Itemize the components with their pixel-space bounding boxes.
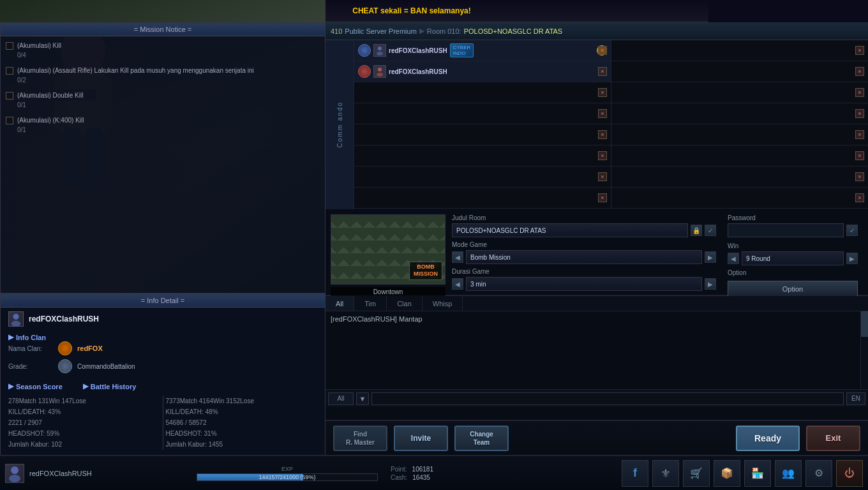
mission-text-3: (Akumulasi) Double Kill 0/1 [17, 91, 83, 108]
bomb-mission-badge: BOMBMISSION [409, 262, 442, 280]
room-header: 410 Public Server Premium ▶ Room 010: PO… [326, 22, 868, 40]
durasi-next-btn[interactable]: ▶ [705, 278, 716, 290]
point-row: Point: 106181 [391, 466, 433, 473]
exit-button[interactable]: Exit [806, 426, 860, 451]
durasi-input[interactable]: 3 min [466, 277, 702, 291]
close-btn-t5[interactable]: × [855, 130, 864, 139]
emblem-btn[interactable]: ⚜ [652, 460, 679, 487]
close-btn-4[interactable]: × [598, 109, 607, 118]
mode-row-value: ◀ Bomb Mission ▶ [452, 250, 716, 264]
facebook-icon: f [633, 466, 637, 480]
bottom-stats: Point: 106181 Cash: 16435 [383, 466, 441, 481]
judul-lock-btn[interactable]: 🔒 [691, 225, 702, 236]
clan-row: Nama Clan: redFOX [8, 341, 317, 355]
win-input[interactable]: 9 Round [742, 251, 844, 265]
close-btn-t8[interactable]: × [855, 193, 864, 202]
facebook-btn[interactable]: f [622, 460, 648, 487]
close-btn-t6[interactable]: × [855, 151, 864, 160]
close-btn-t3[interactable]: × [855, 88, 864, 97]
season-arrow: ▶ [8, 382, 13, 390]
exp-bar-area: EXP 144157/241000 (59%) [191, 466, 383, 481]
win-prev-btn[interactable]: ◀ [728, 253, 739, 264]
mission-checkbox-4[interactable] [6, 117, 13, 124]
settings-btn[interactable]: ⚙ [805, 460, 832, 487]
settings-icon: ⚙ [814, 467, 823, 479]
tab-whisp[interactable]: Whisp [423, 296, 463, 311]
chat-scrollbar[interactable] [860, 311, 868, 389]
clan-name-value: redFOX [77, 345, 103, 352]
chat-messages: [redFOXClashRUSH] Mantap [326, 311, 868, 389]
list-item: (Akumulasi) Kill 0/4 [6, 41, 320, 59]
mission-checkbox-2[interactable] [6, 67, 13, 75]
close-btn-6[interactable]: × [598, 151, 607, 160]
password-ok-btn[interactable]: ✓ [846, 225, 858, 236]
close-btn-7[interactable]: × [598, 172, 607, 181]
close-btn-t2[interactable]: × [855, 67, 864, 76]
ready-button[interactable]: Ready [736, 426, 800, 451]
durasi-prev-btn[interactable]: ◀ [452, 278, 463, 290]
shop2-btn[interactable]: 📦 [714, 460, 740, 487]
mode-prev-btn[interactable]: ◀ [452, 251, 463, 263]
close-btn-2[interactable]: × [598, 67, 607, 76]
room-label: Room 010: [427, 27, 461, 35]
close-btn-8[interactable]: × [598, 193, 607, 202]
invite-button[interactable]: Invite [394, 426, 448, 451]
chat-dropdown[interactable]: ▼ [356, 392, 369, 405]
tab-all[interactable]: All [326, 296, 354, 311]
change-team-button[interactable]: ChangeTeam [454, 426, 509, 451]
password-field[interactable] [728, 223, 844, 237]
shop1-btn[interactable]: 🛒 [683, 460, 710, 487]
mission-checkbox-1[interactable] [6, 42, 13, 50]
chat-scrollbar-thumb[interactable] [861, 311, 868, 337]
grade-icon [58, 359, 72, 373]
close-btn-1[interactable]: × [598, 46, 607, 55]
teams-area: Comm ando redFOXClashRUSH CYBERINDO × [326, 40, 868, 209]
svg-point-12 [378, 68, 382, 71]
judul-room-input[interactable]: POLOSD+NOASGLC DR ATAS [452, 223, 688, 237]
table-row: × [354, 167, 611, 188]
table-row: × [611, 167, 868, 188]
player-icon-1 [373, 44, 386, 57]
stats-headers: ▶ Season Score ▶ Battle History [1, 380, 325, 393]
mode-game-input[interactable]: Bomb Mission [466, 250, 702, 264]
judul-ok-btn[interactable]: ✓ [705, 225, 716, 236]
close-btn-3[interactable]: × [598, 88, 607, 97]
chat-text-input[interactable] [371, 392, 844, 405]
svg-point-10 [378, 47, 382, 50]
option-button[interactable]: Option [728, 281, 858, 297]
close-btn-t4[interactable]: × [855, 109, 864, 118]
tab-clan[interactable]: Clan [387, 296, 423, 311]
season-score-header: ▶ Season Score [8, 382, 63, 390]
chat-channel-select[interactable]: All [328, 392, 354, 405]
player-bottom-info: redFOXClashRUSH [0, 464, 191, 483]
clan-name-label: Nama Clan: [8, 345, 53, 352]
chat-lang: EN [846, 392, 865, 405]
close-btn-t7[interactable]: × [855, 172, 864, 181]
tab-tim[interactable]: Tim [354, 296, 387, 311]
player-icon-2 [373, 65, 386, 78]
clan-section-title: ▶ Info Clan [8, 333, 317, 341]
grade-row: Grade: CommandoBattalion [8, 359, 317, 373]
table-row: × [354, 124, 611, 145]
shop2-icon: 📦 [721, 467, 733, 479]
battle-arrow: ▶ [83, 382, 88, 390]
win-row-value: ◀ 9 Round ▶ [728, 251, 858, 265]
stat-kabur-left: Jumlah Kabur: 102 [8, 439, 160, 450]
close-btn-5[interactable]: × [598, 130, 607, 139]
judul-row-value: POLOSD+NOASGLC DR ATAS 🔒 ✓ [452, 223, 716, 237]
durasi-game-row: Durasi Game ◀ 3 min ▶ [452, 268, 716, 291]
win-next-btn[interactable]: ▶ [846, 253, 858, 264]
list-item: (Akumulasi) (Assault Rifle) Lakukan Kill… [6, 66, 320, 84]
room-settings: BOMBMISSION Downtown 🔒 Setting Random Ma… [326, 209, 868, 295]
list-item: (Akumulasi) Double Kill 0/1 [6, 91, 320, 108]
friends-btn[interactable]: 👥 [775, 460, 802, 487]
chat-tabs: All Tim Clan Whisp [326, 296, 868, 311]
close-btn-t1[interactable]: × [855, 46, 864, 55]
team-indicator-red [358, 65, 371, 78]
find-master-button[interactable]: FindR. Master [333, 426, 387, 451]
mission-checkbox-3[interactable] [6, 92, 13, 100]
player-avatar [8, 311, 24, 327]
power-btn[interactable]: ⏻ [836, 460, 863, 487]
mode-next-btn[interactable]: ▶ [705, 251, 716, 263]
market-btn[interactable]: 🏪 [744, 460, 771, 487]
